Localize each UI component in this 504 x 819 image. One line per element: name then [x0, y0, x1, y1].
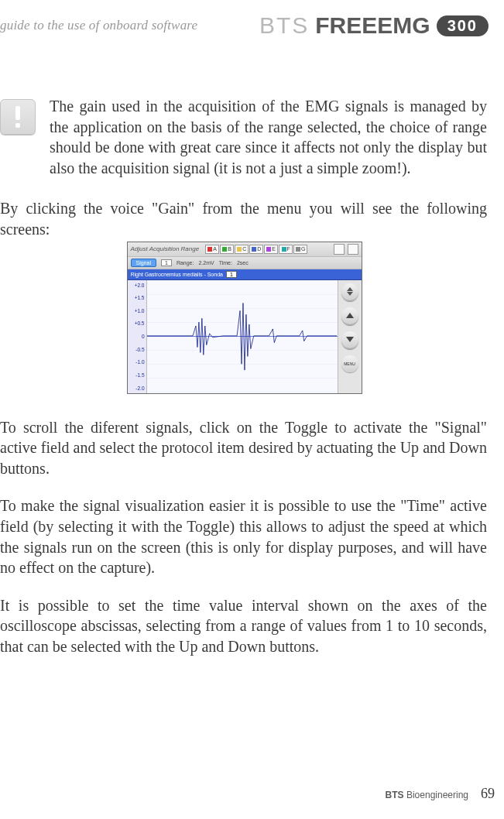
shot-title: Adjust Acquisition Range: [131, 245, 200, 252]
emg-plot: [147, 280, 338, 393]
channel-f[interactable]: F: [279, 245, 293, 254]
channel-e[interactable]: E: [264, 245, 278, 254]
muscle-name: Right Gastrocnemius medialis - Sonda: [131, 272, 223, 277]
muscle-index[interactable]: 1: [226, 271, 237, 278]
brand-bts: BTS: [259, 12, 309, 39]
header-guide-text: guide to the use of onboard software: [0, 18, 197, 33]
paragraph-time-interval: It is possible to set the time value int…: [0, 595, 487, 657]
range-label: Range:: [177, 260, 194, 266]
brand-freeemg: FREEEMG: [315, 12, 430, 39]
toggle-button[interactable]: [341, 283, 358, 301]
toolbar-icon-2[interactable]: [348, 244, 358, 255]
channel-c[interactable]: C: [235, 245, 249, 254]
time-value: 2sec: [237, 260, 249, 266]
footer-company: BTS Bioengineering: [386, 790, 468, 800]
note-paragraph: The gain used in the acquisition of the …: [50, 96, 487, 178]
menu-button[interactable]: MENU: [341, 355, 358, 372]
channel-b[interactable]: B: [220, 245, 234, 254]
paragraph-time-field: To make the signal visualization easier …: [0, 495, 487, 577]
signal-number[interactable]: 1: [161, 259, 172, 266]
brand-300-badge: 300: [437, 15, 489, 36]
brand-block: BTS FREEEMG 300: [259, 12, 489, 39]
range-value: 2.2mV: [198, 260, 214, 266]
time-label: Time:: [219, 260, 232, 266]
up-button[interactable]: [341, 307, 358, 325]
toolbar-icon-1[interactable]: [334, 244, 345, 255]
down-button[interactable]: [341, 331, 358, 349]
page-number: 69: [481, 786, 495, 802]
channel-strip: A B C D E F G: [205, 245, 330, 254]
paragraph-click-gain: By clicking the voice "Gain" from the me…: [0, 198, 487, 239]
channel-d[interactable]: D: [249, 245, 263, 254]
gain-screenshot: Adjust Acquisition Range A B C D E F G S…: [127, 242, 361, 394]
signal-toggle[interactable]: Signal: [131, 259, 156, 267]
warning-icon: [0, 99, 36, 135]
paragraph-scroll-signals: To scroll the diferent signals, click on…: [0, 417, 487, 479]
y-axis: +2.0 +1.5 +1.0 +0.5 0 -0.5 -1.0 -1.5 -2.…: [128, 280, 147, 393]
channel-g[interactable]: G: [293, 245, 307, 254]
channel-a[interactable]: A: [205, 245, 219, 254]
